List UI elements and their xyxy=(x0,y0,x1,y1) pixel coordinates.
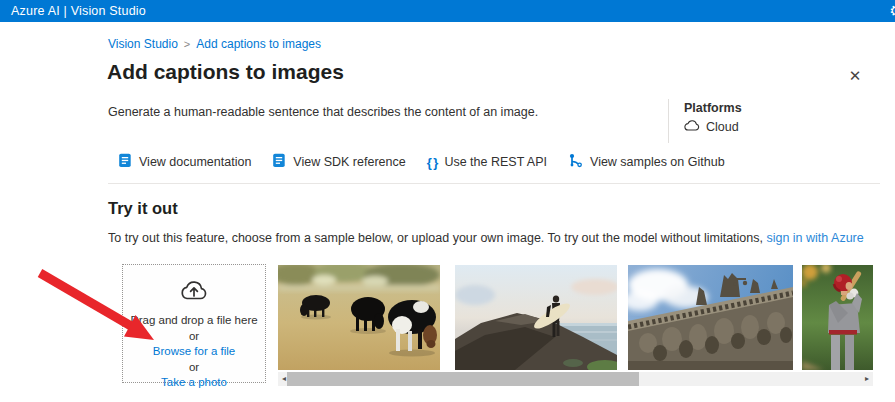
take-a-photo-link[interactable]: Take a photo xyxy=(161,376,227,388)
page-title: Add captions to images xyxy=(107,60,344,84)
platforms-divider xyxy=(668,99,669,143)
section-divider xyxy=(108,183,880,184)
gear-icon[interactable]: ⚙ xyxy=(890,2,895,20)
view-samples-github-link[interactable]: View samples on Github xyxy=(568,153,725,171)
dropzone-or: or xyxy=(130,329,257,345)
breadcrumb-vision-studio-link[interactable]: Vision Studio xyxy=(108,37,178,51)
document-icon xyxy=(118,153,132,171)
breadcrumb-separator: > xyxy=(184,38,190,50)
breadcrumb: Vision Studio>Add captions to images xyxy=(108,37,321,51)
close-icon: ✕ xyxy=(849,67,862,84)
resource-links-row: View documentation View SDK reference { … xyxy=(118,153,725,171)
upload-dropzone[interactable]: Drag and drop a file here or Browse for … xyxy=(122,264,266,383)
view-sdk-reference-link[interactable]: View SDK reference xyxy=(272,153,405,171)
browse-for-file-link[interactable]: Browse for a file xyxy=(153,345,235,357)
breadcrumb-current-link[interactable]: Add captions to images xyxy=(196,37,321,51)
carousel-scrollbar[interactable]: ◂ ▸ xyxy=(278,372,873,386)
try-it-out-instructions: To try out this feature, choose from a s… xyxy=(108,231,864,245)
dropzone-text: Drag and drop a file here xyxy=(130,313,257,329)
scrollbar-thumb[interactable] xyxy=(287,372,639,386)
use-rest-api-link[interactable]: { } Use the REST API xyxy=(427,155,547,170)
platforms-block: Platforms Cloud xyxy=(684,101,742,134)
try-it-out-heading: Try it out xyxy=(108,199,178,218)
sample-image-baseball[interactable] xyxy=(802,265,873,370)
resource-link-label: Use the REST API xyxy=(444,155,547,169)
sign-in-with-azure-link[interactable]: sign in with Azure xyxy=(766,231,863,245)
document-icon xyxy=(272,153,286,171)
cloud-icon xyxy=(684,120,700,134)
resource-link-label: View samples on Github xyxy=(590,155,725,169)
top-app-bar: Azure AI | Vision Studio ⚙ xyxy=(0,0,895,22)
resource-link-label: View documentation xyxy=(139,155,251,169)
sample-image-building[interactable] xyxy=(628,265,793,370)
dropzone-or: or xyxy=(130,360,257,376)
view-documentation-link[interactable]: View documentation xyxy=(118,153,251,171)
sample-image-surfer[interactable] xyxy=(455,265,617,370)
page-description: Generate a human-readable sentence that … xyxy=(108,105,648,119)
app-brand-title: Azure AI | Vision Studio xyxy=(11,0,146,22)
resource-link-label: View SDK reference xyxy=(293,155,405,169)
scroll-right-arrow[interactable]: ▸ xyxy=(861,372,873,386)
upload-cloud-icon xyxy=(178,278,210,307)
braces-icon: { } xyxy=(427,155,438,170)
branch-icon xyxy=(568,153,583,171)
sample-image-cows[interactable] xyxy=(278,265,440,370)
platforms-label: Platforms xyxy=(684,101,742,115)
close-button[interactable]: ✕ xyxy=(845,66,865,86)
platforms-value: Cloud xyxy=(706,120,739,134)
vision-studio-page: Azure AI | Vision Studio ⚙ Vision Studio… xyxy=(0,0,895,402)
